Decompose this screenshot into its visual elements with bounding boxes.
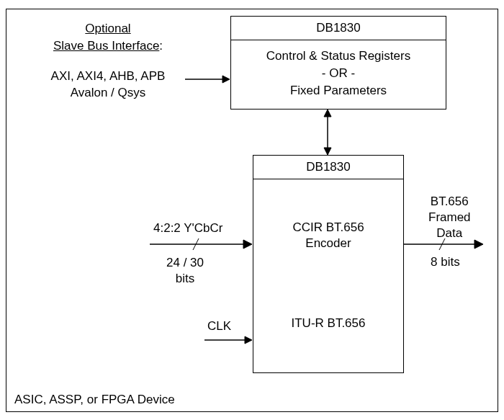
svg-marker-11 <box>474 240 483 249</box>
upper-body-1: Control & Status Registers <box>266 49 410 63</box>
optional-list-1: AXI, AXI4, AHB, APB <box>51 69 166 83</box>
svg-marker-9 <box>245 336 252 344</box>
ccir-line-1: CCIR BT.656 <box>292 220 364 234</box>
output-top-3: Data <box>436 226 462 240</box>
optional-title-1: Optional <box>85 22 130 35</box>
upper-body-2: - OR - <box>322 66 355 80</box>
output-top-2: Framed <box>428 210 471 224</box>
arrow-input <box>148 236 256 253</box>
svg-marker-3 <box>324 110 331 117</box>
upper-block-header: DB1830 <box>231 17 446 40</box>
input-top-label: 4:2:2 Y'CbCr <box>153 221 222 236</box>
lower-block-header: DB1830 <box>253 156 403 179</box>
arrow-optional-to-upper <box>184 72 234 86</box>
svg-marker-6 <box>243 240 252 249</box>
ccir-line-2: Encoder <box>305 236 351 250</box>
input-bottom-2: bits <box>176 272 194 285</box>
optional-interface-block: Optional Slave Bus Interface: AXI, AXI4,… <box>29 20 187 102</box>
diagram-canvas: Optional Slave Bus Interface: AXI, AXI4,… <box>0 0 504 420</box>
optional-list-2: Avalon / Qsys <box>71 86 146 99</box>
arrow-bidirectional <box>320 110 335 155</box>
arrow-clk <box>203 333 256 347</box>
output-top-1: BT.656 <box>431 195 469 208</box>
upper-body-3: Fixed Parameters <box>290 84 387 97</box>
clk-label: CLK <box>207 319 231 334</box>
encoder-block: DB1830 CCIR BT.656 Encoder ITU-R BT.656 <box>253 155 404 373</box>
control-registers-block: DB1830 Control & Status Registers - OR -… <box>230 16 446 110</box>
footer-label: ASIC, ASSP, or FPGA Device <box>14 393 175 407</box>
output-bottom: 8 bits <box>431 255 460 269</box>
input-bottom-1: 24 / 30 <box>166 256 204 269</box>
itu-text: ITU-R BT.656 <box>253 316 403 331</box>
svg-marker-4 <box>324 148 331 155</box>
svg-marker-1 <box>222 76 230 83</box>
optional-title-2: Slave Bus Interface <box>53 39 159 53</box>
